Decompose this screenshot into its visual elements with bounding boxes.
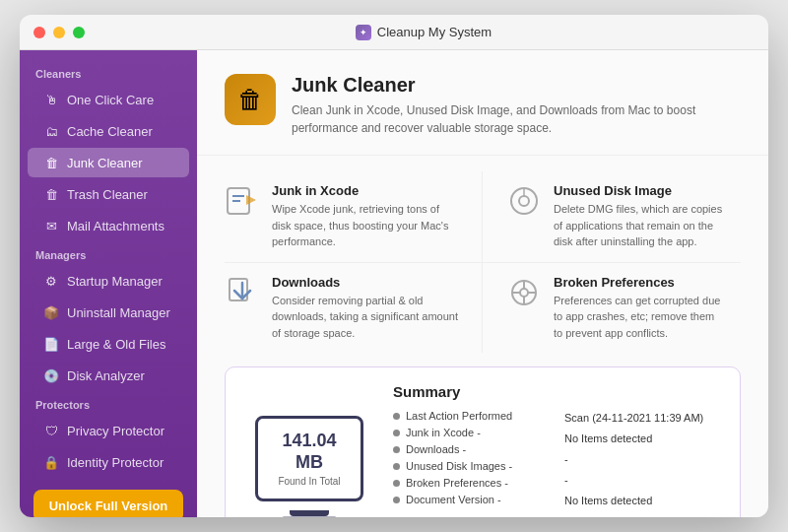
sidebar-item-label: Identity Protector <box>67 455 164 470</box>
sidebar-item-label: Mail Attachments <box>67 219 164 233</box>
sidebar-item-cache-cleaner[interactable]: 🗂 Cache Cleaner <box>28 116 189 146</box>
disk-icon: 💿 <box>43 367 59 383</box>
monitor-display: 141.04 MB Found In Total <box>255 416 363 500</box>
page-description: Clean Junk in Xcode, Unused Disk Image, … <box>292 101 735 137</box>
sidebar-item-startup-manager[interactable]: ⚙ Startup Manager <box>28 266 189 296</box>
sidebar-item-trash-cleaner[interactable]: 🗑 Trash Cleaner <box>28 179 189 209</box>
feature-desc: Preferences can get corrupted due to app… <box>554 293 725 342</box>
sidebar-item-privacy-protector[interactable]: 🛡 Privacy Protector <box>28 416 189 445</box>
sidebar-item-disk-analyzer[interactable]: 💿 Disk Analyzer <box>28 361 189 390</box>
sidebar-item-label: Trash Cleaner <box>67 187 148 202</box>
sidebar-item-large-old-files[interactable]: 📄 Large & Old Files <box>28 329 189 359</box>
startup-icon: ⚙ <box>43 273 59 289</box>
summary-label-row: Last Action Performed <box>393 410 549 422</box>
feature-disk-text: Unused Disk Image Delete DMG files, whic… <box>554 183 725 250</box>
sidebar-item-one-click-care[interactable]: 🖱 One Click Care <box>28 85 189 114</box>
cleaners-section-label: Cleaners <box>20 60 197 84</box>
sidebar-item-identity-protector[interactable]: 🔒 Identity Protector <box>28 447 189 477</box>
one-click-care-icon: 🖱 <box>43 92 59 107</box>
sidebar-item-junk-cleaner[interactable]: 🗑 Junk Cleaner <box>28 148 189 177</box>
content-header: 🗑 Junk Cleaner Clean Junk in Xcode, Unus… <box>197 50 768 156</box>
summary-label-row: Broken Preferences - <box>393 477 549 489</box>
summary-value: No Items detected <box>564 431 720 446</box>
label-text: Document Version - <box>406 494 501 505</box>
dot-icon <box>393 430 400 436</box>
app-title-icon: ✦ <box>356 25 371 40</box>
feature-junk-xcode-text: Junk in Xcode Wipe Xcode junk, retrievin… <box>272 183 458 250</box>
unlock-button[interactable]: Unlock Full Version <box>33 490 183 517</box>
sidebar-item-label: One Click Care <box>67 93 154 107</box>
files-icon: 📄 <box>43 336 59 352</box>
feature-title: Downloads <box>272 275 458 290</box>
trash-cleaner-icon: 🗑 <box>43 186 59 202</box>
summary-value: 141.04 MB <box>564 513 720 517</box>
label-text: Junk in Xcode - <box>406 427 481 438</box>
junk-cleaner-app-icon: 🗑 <box>225 74 276 125</box>
feature-broken-preferences: Broken Preferences Preferences can get c… <box>483 263 741 354</box>
svg-point-10 <box>520 289 528 297</box>
size-label: Found In Total <box>270 476 349 487</box>
disk-image-icon <box>506 183 542 219</box>
sidebar-item-label: Junk Cleaner <box>67 156 143 170</box>
main-window: ✦ Cleanup My System Cleaners 🖱 One Click… <box>20 15 768 517</box>
feature-downloads-text: Downloads Consider removing partial & ol… <box>272 275 458 342</box>
feature-title: Junk in Xcode <box>272 183 458 198</box>
dot-icon <box>393 463 400 470</box>
feature-title: Broken Preferences <box>554 275 725 290</box>
summary-data: Summary Last Action Performed Junk in Xc… <box>393 383 720 517</box>
mail-icon: ✉ <box>43 218 59 233</box>
sidebar-item-mail-attachments[interactable]: ✉ Mail Attachments <box>28 211 189 240</box>
main-content: 🗑 Junk Cleaner Clean Junk in Xcode, Unus… <box>197 50 768 517</box>
summary-label-row: Document Version - <box>393 494 549 505</box>
feature-broken-text: Broken Preferences Preferences can get c… <box>554 275 725 342</box>
dot-icon <box>393 497 400 503</box>
feature-title: Unused Disk Image <box>554 183 725 198</box>
summary-label-row: Downloads - <box>393 443 549 455</box>
window-title: ✦ Cleanup My System <box>93 25 755 40</box>
dot-icon <box>393 413 400 420</box>
summary-value: - <box>564 472 720 488</box>
svg-marker-3 <box>246 195 256 205</box>
sidebar-item-label: Startup Manager <box>67 274 163 289</box>
total-size: 141.04 MB <box>270 431 349 473</box>
managers-section-label: Managers <box>20 241 197 265</box>
junk-cleaner-icon: 🗑 <box>43 155 59 170</box>
feature-downloads: Downloads Consider removing partial & ol… <box>225 263 483 354</box>
privacy-icon: 🛡 <box>43 423 59 438</box>
identity-icon: 🔒 <box>43 454 59 470</box>
downloads-icon <box>225 275 260 310</box>
broken-prefs-icon <box>506 275 542 310</box>
summary-title: Summary <box>393 383 720 400</box>
summary-values-col: Scan (24-11-2021 11:39 AM) No Items dete… <box>564 410 720 517</box>
feature-desc: Wipe Xcode junk, retrieving tons of disk… <box>272 201 458 250</box>
label-text: Unused Disk Images - <box>406 460 512 472</box>
label-text: Downloads - <box>406 443 466 455</box>
dot-icon <box>393 480 400 487</box>
feature-desc: Delete DMG files, which are copies of ap… <box>554 201 725 250</box>
maximize-button[interactable] <box>73 27 85 38</box>
feature-unused-disk-image: Unused Disk Image Delete DMG files, whic… <box>483 171 741 263</box>
close-button[interactable] <box>33 27 45 38</box>
summary-section: 141.04 MB Found In Total Summary Last Ac… <box>225 366 741 517</box>
summary-rows: Last Action Performed Junk in Xcode - Do… <box>393 410 720 517</box>
xcode-icon <box>225 183 260 219</box>
sidebar: Cleaners 🖱 One Click Care 🗂 Cache Cleane… <box>20 50 197 517</box>
sidebar-item-label: Uninstall Manager <box>67 305 170 320</box>
svg-point-5 <box>519 196 529 206</box>
summary-labels-col: Last Action Performed Junk in Xcode - Do… <box>393 410 549 517</box>
summary-value: - <box>564 451 720 467</box>
features-grid: Junk in Xcode Wipe Xcode junk, retrievin… <box>197 171 768 353</box>
minimize-button[interactable] <box>53 27 65 38</box>
cache-cleaner-icon: 🗂 <box>43 123 59 139</box>
uninstall-icon: 📦 <box>43 304 59 320</box>
page-title: Junk Cleaner <box>292 74 735 97</box>
label-text: Broken Preferences - <box>406 477 508 489</box>
summary-visual: 141.04 MB Found In Total <box>245 383 373 517</box>
sidebar-item-label: Privacy Protector <box>67 424 164 438</box>
sidebar-item-label: Large & Old Files <box>67 337 165 352</box>
summary-label-row: Junk in Xcode - <box>393 427 549 438</box>
sidebar-item-uninstall-manager[interactable]: 📦 Uninstall Manager <box>28 298 189 327</box>
summary-label-row: Unused Disk Images - <box>393 460 549 472</box>
feature-junk-in-xcode: Junk in Xcode Wipe Xcode junk, retrievin… <box>225 171 483 263</box>
summary-value: No Items detected <box>564 493 720 508</box>
